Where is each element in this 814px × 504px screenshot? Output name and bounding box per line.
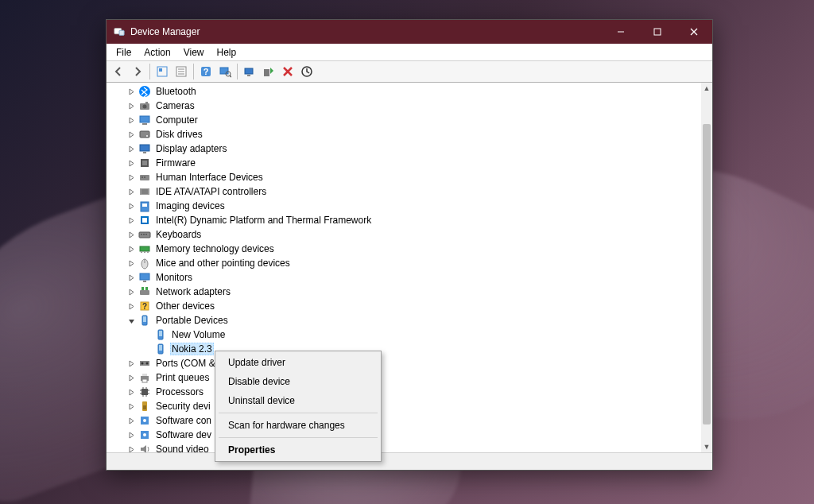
context-menu-item[interactable]: Update driver — [217, 353, 379, 372]
tree-item[interactable]: Ports (COM & — [113, 356, 701, 370]
chevron-right-icon[interactable] — [126, 444, 137, 452]
menu-view[interactable]: View — [177, 45, 211, 60]
tree-item[interactable]: Disk drives — [113, 127, 701, 142]
maximize-button[interactable] — [639, 20, 676, 44]
printer-icon — [138, 371, 151, 384]
tree-item[interactable]: Portable Devices — [113, 313, 701, 328]
toolbar-separator — [237, 64, 238, 79]
device-tree[interactable]: BluetoothCamerasComputerDisk drivesDispl… — [107, 83, 701, 452]
scrollbar-thumb[interactable] — [703, 124, 711, 425]
chevron-right-icon[interactable] — [126, 401, 137, 412]
vertical-scrollbar[interactable]: ▲ ▼ — [701, 83, 712, 452]
tree-item-label: Human Interface Devices — [154, 172, 265, 183]
context-menu-item[interactable]: Uninstall device — [217, 391, 379, 410]
tree-item[interactable]: Sound video — [113, 442, 701, 452]
monitor-icon — [138, 271, 151, 284]
disable-device-button[interactable] — [279, 63, 297, 80]
tree-item[interactable]: Firmware — [113, 156, 701, 170]
tree-item[interactable]: New Volume — [113, 328, 701, 342]
chevron-right-icon[interactable] — [126, 429, 137, 440]
tree-item-label: Processors — [154, 386, 205, 397]
tree-item[interactable]: Security devi — [113, 399, 701, 413]
menubar: File Action View Help — [107, 44, 712, 61]
device-tree-container: BluetoothCamerasComputerDisk drivesDispl… — [107, 83, 712, 452]
tree-item[interactable]: IDE ATA/ATAPI controllers — [113, 184, 701, 199]
minimize-button[interactable] — [603, 20, 639, 44]
tree-item[interactable]: Computer — [113, 113, 701, 127]
uninstall-device-button[interactable] — [298, 63, 316, 80]
menu-help[interactable]: Help — [211, 45, 243, 60]
enable-device-button[interactable] — [260, 63, 277, 80]
menu-action[interactable]: Action — [138, 45, 176, 60]
tree-item[interactable]: ?Other devices — [113, 299, 701, 313]
svg-rect-50 — [140, 246, 149, 251]
device-manager-icon — [113, 25, 126, 38]
titlebar[interactable]: Device Manager — [107, 20, 712, 44]
chevron-right-icon[interactable] — [126, 286, 137, 297]
tree-item-label: Cameras — [154, 100, 196, 111]
tree-item[interactable]: Bluetooth — [113, 84, 701, 99]
chevron-right-icon[interactable] — [126, 386, 137, 397]
statusbar — [107, 452, 712, 470]
chevron-right-icon[interactable] — [126, 243, 137, 254]
tree-item-label: Ports (COM & — [154, 358, 217, 369]
tree-item[interactable]: Monitors — [113, 270, 701, 285]
chevron-right-icon[interactable] — [126, 172, 137, 183]
properties-button[interactable] — [172, 63, 190, 80]
keyboard-icon — [138, 228, 151, 241]
chevron-right-icon[interactable] — [126, 129, 137, 140]
scan-hardware-button[interactable] — [216, 63, 234, 80]
close-button[interactable] — [676, 20, 712, 44]
chevron-right-icon[interactable] — [126, 372, 137, 383]
update-driver-button[interactable] — [241, 63, 258, 80]
tree-item[interactable]: Mice and other pointing devices — [113, 256, 701, 270]
chevron-right-icon[interactable] — [126, 100, 137, 111]
context-menu-item[interactable]: Properties — [217, 440, 379, 459]
tree-item-label: Mice and other pointing devices — [154, 258, 292, 269]
chevron-right-icon[interactable] — [126, 157, 137, 169]
context-menu-item[interactable]: Disable device — [217, 372, 379, 391]
tree-item[interactable]: Memory technology devices — [113, 242, 701, 256]
chevron-down-icon[interactable] — [126, 315, 137, 326]
forward-button[interactable] — [129, 63, 146, 80]
tree-item[interactable]: Software dev — [113, 428, 701, 442]
show-hidden-button[interactable] — [153, 63, 171, 80]
portable-device-icon — [154, 343, 167, 355]
tree-item-label: Memory technology devices — [154, 243, 276, 254]
scroll-up-arrow[interactable]: ▲ — [701, 83, 712, 94]
chevron-right-icon[interactable] — [126, 358, 137, 369]
tree-item[interactable]: Intel(R) Dynamic Platform and Thermal Fr… — [113, 213, 701, 227]
tree-item[interactable]: Human Interface Devices — [113, 170, 701, 184]
chevron-right-icon[interactable] — [126, 258, 137, 269]
chevron-right-icon[interactable] — [126, 415, 137, 426]
help-button[interactable]: ? — [197, 63, 215, 80]
menu-file[interactable]: File — [110, 45, 138, 60]
context-menu-separator — [219, 413, 378, 413]
chevron-right-icon[interactable] — [126, 272, 137, 283]
tree-item[interactable]: Imaging devices — [113, 199, 701, 213]
chevron-right-icon[interactable] — [126, 86, 137, 97]
tree-item[interactable]: Processors — [113, 385, 701, 399]
chevron-right-icon[interactable] — [126, 186, 137, 197]
chevron-right-icon[interactable] — [126, 215, 137, 226]
tree-item[interactable]: Display adapters — [113, 142, 701, 156]
tree-item-label: Other devices — [154, 300, 216, 312]
chevron-right-icon[interactable] — [126, 229, 137, 240]
network-icon — [138, 285, 151, 298]
svg-rect-74 — [142, 379, 147, 382]
tree-item[interactable]: Keyboards — [113, 227, 701, 242]
svg-rect-28 — [142, 123, 147, 125]
chevron-right-icon[interactable] — [126, 143, 137, 154]
tree-item[interactable]: Cameras — [113, 99, 701, 113]
tree-item[interactable]: Software con — [113, 413, 701, 428]
tree-item[interactable]: Network adapters — [113, 285, 701, 299]
svg-point-37 — [144, 176, 145, 178]
back-button[interactable] — [110, 63, 127, 80]
chevron-right-icon[interactable] — [126, 300, 137, 312]
chevron-right-icon[interactable] — [126, 114, 137, 126]
tree-item[interactable]: Print queues — [113, 370, 701, 385]
chevron-right-icon[interactable] — [126, 200, 137, 211]
scroll-down-arrow[interactable]: ▼ — [701, 441, 712, 452]
context-menu-item[interactable]: Scan for hardware changes — [217, 416, 379, 435]
tree-item[interactable]: Nokia 2.3 — [113, 342, 701, 356]
